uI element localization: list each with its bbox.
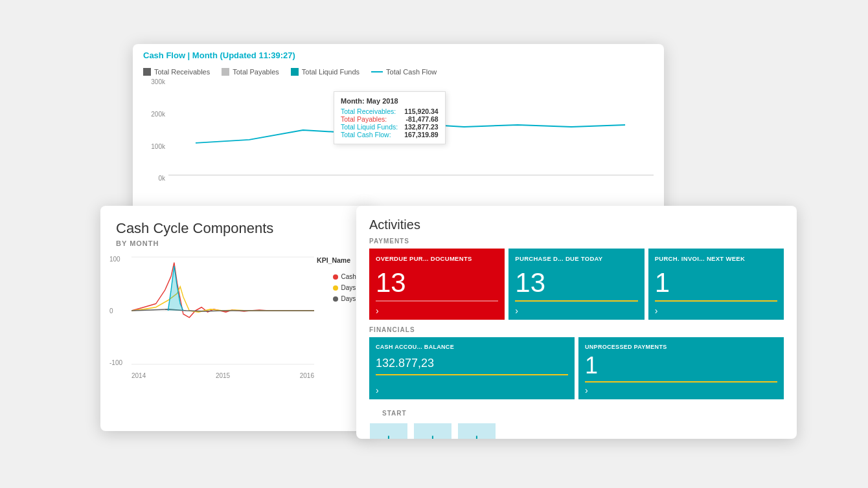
legend-payables-label: Total Payables <box>233 68 279 76</box>
tile-overdue-divider <box>376 300 498 302</box>
tile-cash-balance[interactable]: CASH ACCOU... BALANCE 132.877,23 › <box>369 337 575 399</box>
tile-next-week-arrow: › <box>655 305 777 316</box>
cashcycle-title: Cash Cycle Components <box>100 206 372 239</box>
legend-cashflow-label: Total Cash Flow <box>386 68 437 76</box>
start-label: START <box>369 410 784 421</box>
start-tile-payment-icon[interactable]: + <box>458 423 496 439</box>
start-tiles-row: + G/L Journal Entry + Recurring G/L Entr… <box>369 423 784 439</box>
legend-liquidfunds: Total Liquid Funds <box>291 68 360 76</box>
cashcycle-subtitle: BY MONTH <box>100 239 372 252</box>
legend-receivables: Total Receivables <box>143 68 210 76</box>
cc-x-axis: 2014 2015 2016 <box>131 372 314 379</box>
start-tile-gl-journal[interactable]: + G/L Journal Entry <box>369 423 408 439</box>
legend-receivables-icon <box>143 68 151 76</box>
cc-legend-title: KPI_Name <box>317 256 350 264</box>
tile-next-week[interactable]: PURCH. INVOI... NEXT WEEK 1 › <box>648 249 784 320</box>
tile-next-week-title: PURCH. INVOI... NEXT WEEK <box>655 255 777 267</box>
cc-dot-days1 <box>333 285 338 291</box>
tooltip-row-receivables: Total Receivables: 115,920.34 <box>341 107 439 115</box>
tile-overdue-title: OVERDUE PUR... DOCUMENTS <box>376 255 498 267</box>
tile-unprocessed-arrow: › <box>585 385 777 395</box>
tile-unprocessed-divider <box>585 381 777 383</box>
legend-liquidfunds-icon <box>291 68 299 76</box>
financials-label: FINANCIALS <box>356 326 797 337</box>
legend-payables: Total Payables <box>222 68 279 76</box>
cc-dot-cash <box>333 274 338 280</box>
tooltip-row-payables: Total Payables: -81,477.68 <box>341 115 439 123</box>
start-tile-recurring[interactable]: + Recurring G/L Entry <box>413 423 452 439</box>
tile-unprocessed[interactable]: UNPROCESSED PAYMENTS 1 › <box>578 337 784 399</box>
legend-liquidfunds-label: Total Liquid Funds <box>302 68 360 76</box>
legend-receivables-label: Total Receivables <box>154 68 210 76</box>
payments-label: PAYMENTS <box>356 238 797 249</box>
tile-unprocessed-number: 1 <box>585 354 777 377</box>
tooltip-row-liquidfunds: Total Liquid Funds: 132,877.23 <box>341 123 439 131</box>
tile-purchase-due-title: PURCHASE D... DUE TODAY <box>515 255 637 267</box>
tile-cash-balance-divider <box>376 374 568 375</box>
tile-cash-balance-title: CASH ACCOU... BALANCE <box>376 344 568 351</box>
cashflow-tooltip: Month: May 2018 Total Receivables: 115,9… <box>334 91 446 144</box>
cc-y-axis: 100 0 -100 <box>109 256 122 366</box>
tooltip-row-cashflow: Total Cash Flow: 167,319.89 <box>341 131 439 139</box>
tile-purchase-due[interactable]: PURCHASE D... DUE TODAY 13 › <box>508 249 644 320</box>
legend-cashflow-icon <box>371 71 383 72</box>
tile-next-week-number: 1 <box>655 269 777 296</box>
tile-purchase-due-arrow: › <box>515 305 637 316</box>
tile-unprocessed-title: UNPROCESSED PAYMENTS <box>585 344 777 351</box>
payment-tiles-row: OVERDUE PUR... DOCUMENTS 13 › PURCHASE D… <box>356 249 797 326</box>
cashcycle-card: Cash Cycle Components BY MONTH 100 0 -10… <box>100 206 372 431</box>
start-tile-recurring-icon[interactable]: + <box>414 423 451 439</box>
start-tile-gl-journal-icon[interactable]: + <box>370 423 407 439</box>
tile-next-week-divider <box>655 300 777 302</box>
legend-payables-icon <box>222 68 229 76</box>
cc-dot-days2 <box>333 296 338 302</box>
cashflow-title: Cash Flow | Month (Updated 11:39:27) <box>143 50 654 60</box>
tile-overdue[interactable]: OVERDUE PUR... DOCUMENTS 13 › <box>369 249 505 320</box>
tile-overdue-number: 13 <box>376 269 498 296</box>
cashflow-legend: Total Receivables Total Payables Total L… <box>133 64 664 78</box>
y-axis: 300k 200k 100k 0k -100k <box>139 78 165 214</box>
tooltip-title: Month: May 2018 <box>341 97 439 105</box>
start-section: START + G/L Journal Entry + Recurring G/… <box>356 406 797 439</box>
tile-purchase-due-number: 13 <box>515 269 637 296</box>
activities-title: Activities <box>356 206 797 238</box>
tile-overdue-arrow: › <box>376 305 498 316</box>
tile-cash-balance-arrow: › <box>376 385 568 395</box>
tile-purchase-due-divider <box>515 300 637 302</box>
cashcycle-svg <box>131 256 314 366</box>
financial-tiles-row: CASH ACCOU... BALANCE 132.877,23 › UNPRO… <box>356 337 797 406</box>
tile-cash-balance-value: 132.877,23 <box>376 357 568 370</box>
start-tile-payment[interactable]: + Payment Journal Entry <box>457 423 496 439</box>
cashflow-header: Cash Flow | Month (Updated 11:39:27) <box>133 44 664 64</box>
activities-card: Activities PAYMENTS OVERDUE PUR... DOCUM… <box>356 206 797 439</box>
legend-cashflow: Total Cash Flow <box>371 68 437 76</box>
cashcycle-chart: 100 0 -100 KPI_Name Cash ... <box>107 252 366 382</box>
